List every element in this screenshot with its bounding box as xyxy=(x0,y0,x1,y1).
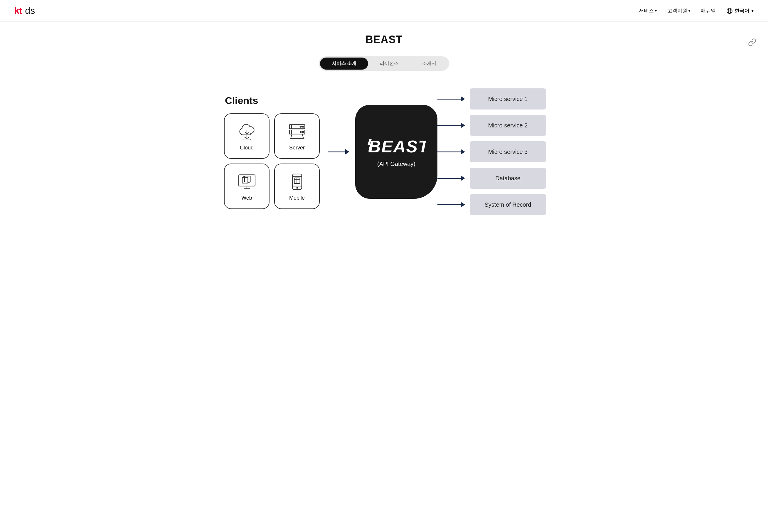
page-title-area: BEAST xyxy=(0,22,768,52)
logo[interactable]: kt ds xyxy=(14,5,35,16)
link-icon xyxy=(748,38,756,46)
nav-support[interactable]: 고객지원 ▾ xyxy=(667,7,690,14)
client-card-cloud: Cloud xyxy=(224,113,270,159)
svg-rect-25 xyxy=(242,177,248,183)
chevron-down-icon: ▾ xyxy=(655,9,657,13)
service-row-db: Database xyxy=(437,168,546,189)
arrow-line xyxy=(437,99,461,100)
svg-point-15 xyxy=(300,131,301,132)
gateway-to-ms3-arrow xyxy=(437,149,465,154)
svg-text:BEAST: BEAST xyxy=(368,137,426,155)
arrow-head xyxy=(345,149,349,154)
arrow-head xyxy=(461,202,465,207)
service-box-sor: System of Record xyxy=(470,194,546,215)
svg-rect-33 xyxy=(294,178,300,183)
main-nav: 서비스 ▾ 고객지원 ▾ 매뉴얼 한국어 ▾ xyxy=(639,7,754,14)
clients-title: Clients xyxy=(222,95,258,106)
client-card-web: Web xyxy=(224,164,270,209)
nav-service[interactable]: 서비스 ▾ xyxy=(639,7,657,14)
nav-language[interactable]: 한국어 ▾ xyxy=(726,7,754,14)
arrow-line xyxy=(328,151,345,152)
client-card-mobile: Mobile xyxy=(274,164,320,209)
svg-line-5 xyxy=(247,137,250,138)
arrow-line xyxy=(437,125,461,126)
gateway-to-ms1-arrow xyxy=(437,96,465,102)
arrow-line xyxy=(437,204,461,205)
tab-license[interactable]: 라이선스 xyxy=(368,58,410,70)
svg-point-32 xyxy=(296,187,298,188)
tabs: 서비스 소개 라이선스 소개서 xyxy=(319,56,449,71)
nav-manual[interactable]: 매뉴얼 xyxy=(701,7,716,14)
mobile-label: Mobile xyxy=(289,195,305,201)
header: kt ds 서비스 ▾ 고객지원 ▾ 매뉴얼 한국어 xyxy=(0,0,768,22)
chevron-down-icon: ▾ xyxy=(688,9,690,13)
gateway-to-sor-arrow xyxy=(437,202,465,207)
gateway-to-ms2-arrow xyxy=(437,123,465,128)
server-label: Server xyxy=(289,145,305,151)
svg-point-13 xyxy=(302,126,303,127)
svg-point-12 xyxy=(300,126,301,127)
arrow-line xyxy=(437,178,461,179)
beast-gateway: BEAST (API Gateway) xyxy=(355,105,437,199)
beast-svg-logo: BEAST xyxy=(367,136,426,155)
logo-ds: ds xyxy=(22,5,35,16)
svg-rect-22 xyxy=(239,175,255,186)
web-icon xyxy=(237,171,257,192)
tab-brochure[interactable]: 소개서 xyxy=(410,58,448,70)
svg-line-18 xyxy=(302,134,303,138)
service-row-ms1: Micro service 1 xyxy=(437,88,546,110)
arrow-line xyxy=(437,151,461,152)
service-box-ms3: Micro service 3 xyxy=(470,141,546,162)
gateway-to-db-arrow xyxy=(437,176,465,181)
chevron-down-icon: ▾ xyxy=(751,8,754,14)
server-icon xyxy=(287,121,307,142)
service-box-db: Database xyxy=(470,168,546,189)
clients-grid: Cloud xyxy=(224,113,320,209)
service-row-sor: System of Record xyxy=(437,194,546,215)
service-row-ms3: Micro service 3 xyxy=(437,141,546,162)
arrow-right xyxy=(328,149,349,154)
diagram-area: Clients Clou xyxy=(0,83,768,233)
svg-line-17 xyxy=(291,134,292,138)
clients-section: Clients Clou xyxy=(222,95,322,209)
svg-point-16 xyxy=(302,131,303,132)
gateway-subtitle: (API Gateway) xyxy=(377,161,415,167)
link-icon-area[interactable] xyxy=(748,38,756,48)
arrows-column: Micro service 1 Micro service 2 Micro se… xyxy=(437,88,546,215)
cloud-label: Cloud xyxy=(240,145,254,151)
web-label: Web xyxy=(241,195,252,201)
mobile-icon xyxy=(287,171,307,192)
tabs-container: 서비스 소개 라이선스 소개서 xyxy=(0,56,768,71)
service-row-ms2: Micro service 2 xyxy=(437,115,546,136)
logo-kt: kt xyxy=(14,5,22,16)
services-with-arrows: Micro service 1 Micro service 2 Micro se… xyxy=(437,88,546,215)
arrow-head xyxy=(461,96,465,102)
arrow-head xyxy=(461,123,465,128)
arrow-head xyxy=(461,149,465,154)
client-card-server: Server xyxy=(274,113,320,159)
beast-logo: BEAST xyxy=(367,136,426,158)
service-box-ms1: Micro service 1 xyxy=(470,88,546,110)
clients-to-gateway-arrow xyxy=(322,149,355,154)
service-box-ms2: Micro service 2 xyxy=(470,115,546,136)
page-title: BEAST xyxy=(0,33,768,46)
page-wrapper: kt ds 서비스 ▾ 고객지원 ▾ 매뉴얼 한국어 xyxy=(0,0,768,233)
globe-icon xyxy=(726,8,733,14)
cloud-icon xyxy=(237,121,257,142)
tab-intro[interactable]: 서비스 소개 xyxy=(320,58,368,70)
arrow-head xyxy=(461,176,465,181)
svg-line-4 xyxy=(244,137,247,138)
